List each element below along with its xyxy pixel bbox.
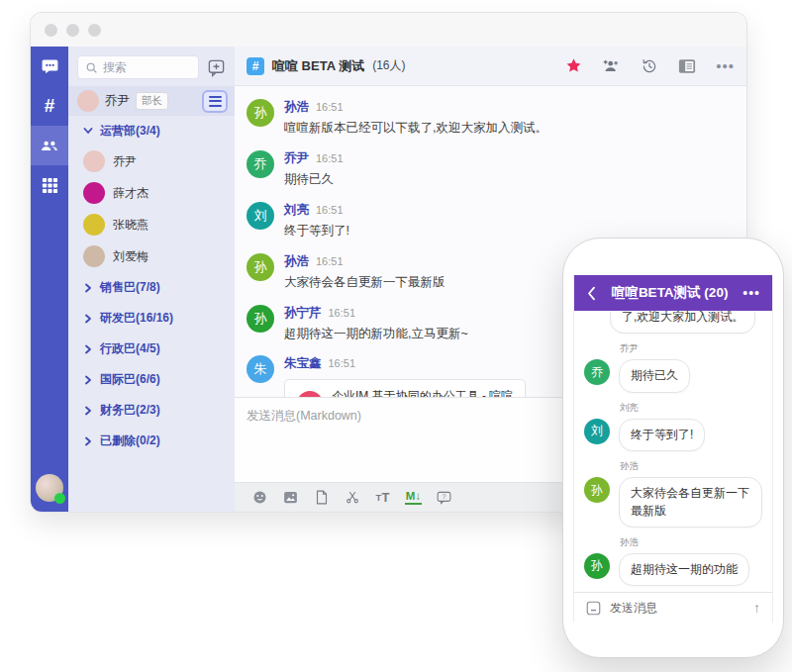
group-row-collapsed[interactable]: 国际巴(6/6)	[68, 364, 235, 395]
avatar	[83, 150, 105, 172]
window-titlebar[interactable]	[31, 13, 746, 47]
scissors-icon[interactable]	[337, 490, 367, 505]
window-control-dot[interactable]	[45, 24, 57, 37]
back-icon[interactable]	[586, 286, 597, 301]
avatar[interactable]: 孙	[247, 305, 274, 333]
avatar[interactable]: 乔	[247, 150, 274, 178]
group-row-collapsed[interactable]: 已删除(0/2)	[68, 426, 235, 456]
group-row-collapsed[interactable]: 销售巴(7/8)	[68, 272, 235, 303]
new-chat-button[interactable]	[207, 58, 226, 77]
phone-message: 刘亮 刘 终于等到了!	[584, 402, 762, 451]
text-format-icon[interactable]: TT	[367, 490, 398, 505]
chevron-right-icon	[83, 375, 93, 385]
message-time: 16:51	[316, 255, 344, 267]
phone-input-placeholder: 发送消息	[610, 600, 744, 617]
phone-message-list[interactable]: 了,欢迎大家加入测试。 乔尹 乔 期待已久 刘亮 刘 终于等到了! 孙浩 孙 大…	[574, 311, 772, 592]
message-sender[interactable]: 孙宁芹	[284, 305, 322, 322]
avatar[interactable]: 孙	[584, 477, 610, 503]
more-icon[interactable]: •••	[742, 285, 760, 301]
group-label: 国际巴(6/6)	[100, 371, 160, 388]
avatar	[77, 90, 99, 112]
search-icon	[85, 61, 98, 74]
nav-channels[interactable]: #	[31, 86, 68, 126]
group-label: 销售巴(7/8)	[100, 279, 160, 296]
add-member-icon[interactable]	[602, 56, 621, 75]
phone-mockup: 喧喧BETA测试 (20) ••• 了,欢迎大家加入测试。 乔尹 乔 期待已久 …	[562, 238, 784, 658]
emoji-icon[interactable]	[245, 490, 275, 505]
phone-message-input[interactable]: 发送消息 ↑	[574, 592, 772, 623]
link-preview-card[interactable]: 企业IM,基于协同的办公工具 - 喧喧 https://xuan.im/inde…	[284, 379, 526, 397]
chat-title: 喧喧 BETA 测试	[272, 57, 364, 75]
member-row[interactable]: 张晓燕	[68, 209, 235, 240]
message-bubble[interactable]: 终于等到了!	[619, 419, 705, 451]
member-row[interactable]: 刘爱梅	[68, 240, 235, 272]
avatar[interactable]: 孙	[247, 253, 274, 281]
message-bubble[interactable]: 大家待会各自更新一下最新版	[619, 477, 762, 528]
message-bubble[interactable]: 期待已久	[619, 359, 690, 392]
emoji-icon[interactable]	[586, 601, 601, 616]
group-row-collapsed[interactable]: 财务巴(2/3)	[68, 395, 235, 426]
message-sender[interactable]: 孙浩	[284, 253, 309, 270]
phone-chat-header: 喧喧BETA测试 (20) •••	[574, 275, 772, 311]
group-label: 研发巴(16/16)	[100, 310, 173, 327]
group-row-collapsed[interactable]: 研发巴(16/16)	[68, 303, 235, 334]
member-name: 张晓燕	[113, 217, 148, 234]
chevron-right-icon	[83, 406, 93, 416]
avatar[interactable]: 乔	[584, 359, 610, 385]
menu-button[interactable]	[202, 90, 228, 113]
chat-bubble-icon	[41, 57, 59, 76]
online-status-dot	[54, 493, 65, 504]
send-up-icon[interactable]: ↑	[753, 600, 760, 616]
nav-contacts[interactable]	[31, 126, 68, 165]
phone-message: 孙浩 孙 超期待这一期的功能	[584, 536, 762, 586]
message-text: 喧喧新版本已经可以下载了,欢迎大家加入测试。	[284, 120, 547, 137]
nav-apps[interactable]	[31, 165, 68, 205]
avatar	[83, 182, 105, 204]
member-name: 乔尹	[113, 153, 137, 170]
file-icon[interactable]	[306, 490, 337, 505]
group-row-expanded[interactable]: 运营部(3/4)	[68, 116, 235, 145]
image-icon[interactable]	[275, 490, 306, 505]
member-row[interactable]: 乔尹	[68, 145, 235, 177]
star-icon[interactable]	[565, 57, 582, 74]
message-bubble[interactable]: 了,欢迎大家加入测试。	[610, 311, 755, 334]
search-field[interactable]	[103, 60, 172, 74]
group-label: 运营部(3/4)	[100, 123, 160, 140]
svg-text:?: ?	[443, 492, 446, 499]
member-row[interactable]: 薛才杰	[68, 177, 235, 209]
avatar	[83, 245, 105, 267]
message-sender[interactable]: 朱宝鑫	[284, 355, 322, 372]
message-bubble[interactable]: 超期待这一期的功能	[619, 553, 749, 586]
chevron-right-icon	[83, 314, 93, 324]
avatar[interactable]: 刘	[247, 202, 274, 230]
message-sender[interactable]: 孙浩	[284, 99, 309, 116]
feedback-icon[interactable]: ?	[429, 491, 459, 505]
panel-icon[interactable]	[678, 58, 696, 74]
nav-chats[interactable]	[31, 47, 68, 86]
my-profile-row[interactable]: 乔尹 部长	[68, 86, 235, 116]
avatar[interactable]: 朱	[247, 355, 274, 383]
phone-chat-title: 喧喧BETA测试 (20)	[597, 284, 742, 302]
group-label: 财务巴(2/3)	[100, 402, 160, 419]
phone-sender-name: 孙浩	[620, 536, 762, 549]
message-sender[interactable]: 乔尹	[284, 150, 309, 167]
more-icon[interactable]: •••	[716, 58, 735, 73]
avatar[interactable]: 刘	[584, 419, 610, 444]
search-input[interactable]	[77, 55, 199, 79]
avatar[interactable]: 孙	[247, 99, 274, 127]
avatar[interactable]: 孙	[584, 553, 610, 579]
message-time: 16:51	[316, 204, 344, 216]
window-control-dot[interactable]	[66, 24, 79, 37]
group-row-collapsed[interactable]: 行政巴(4/5)	[68, 334, 235, 364]
chat-message: 乔 乔尹 16:51 期待已久	[235, 144, 746, 195]
group-label: 已删除(0/2)	[100, 432, 160, 449]
message-sender[interactable]: 刘亮	[284, 202, 309, 219]
avatar	[83, 214, 105, 236]
chevron-down-icon	[83, 126, 93, 136]
link-title: 企业IM,基于协同的办公工具 - 喧喧	[332, 388, 513, 397]
window-control-dot[interactable]	[88, 24, 101, 37]
group-label: 行政巴(4/5)	[100, 340, 160, 357]
markdown-icon[interactable]: M↓	[398, 490, 429, 505]
current-user-avatar[interactable]	[36, 474, 63, 502]
history-icon[interactable]	[641, 57, 658, 75]
